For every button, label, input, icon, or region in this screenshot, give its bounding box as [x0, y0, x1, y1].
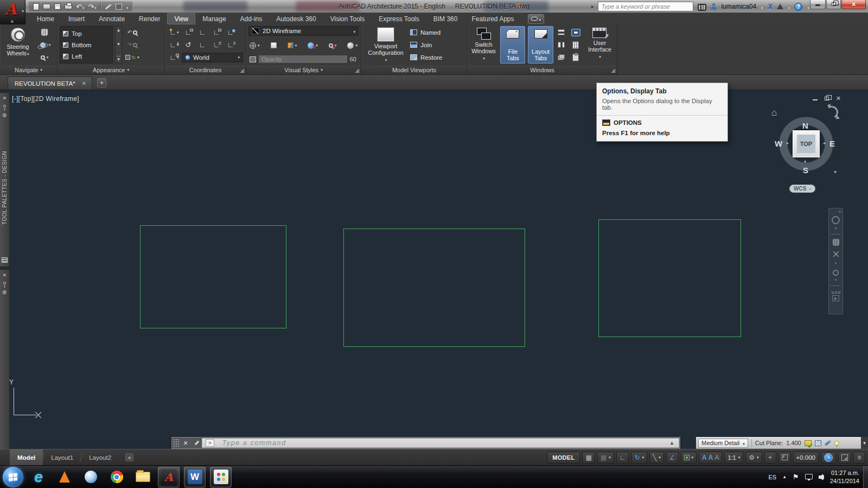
customization-menu-button[interactable]: ≡: [853, 452, 865, 464]
surface-hatch-toggle-icon[interactable]: [815, 440, 821, 446]
search-input[interactable]: [598, 2, 693, 11]
new-drawing-tab-button[interactable]: +: [97, 78, 106, 87]
drawing-canvas[interactable]: [-][Top][2D Wireframe] ✕ ⚙ TOOL PALETTES…: [0, 90, 868, 449]
annotation-scale-button[interactable]: 1:1: [724, 452, 743, 464]
tab-model[interactable]: Model: [10, 449, 43, 466]
layout-tabs-toggle-button[interactable]: Layout Tabs: [528, 26, 553, 64]
new-file-icon[interactable]: [33, 3, 39, 10]
tab-insert[interactable]: Insert: [61, 13, 92, 24]
match-properties-icon[interactable]: [105, 4, 111, 10]
panel-label-model-viewports[interactable]: Model Viewports: [361, 65, 467, 74]
ucs-icon-display-button[interactable]: ∟: [168, 53, 181, 62]
undo-icon[interactable]: ↶: [76, 3, 84, 10]
detail-level-dropdown[interactable]: Medium Detail: [698, 439, 748, 448]
viewcube-east[interactable]: E: [829, 139, 835, 148]
graphics-app-icon[interactable]: [210, 467, 232, 487]
infocenter-collapse-icon[interactable]: ▸: [591, 4, 594, 9]
calculator-button[interactable]: [569, 40, 582, 50]
opacity-slider[interactable]: Opacity: [258, 55, 348, 64]
zoom-previous-button[interactable]: ↶: [124, 27, 141, 38]
panel-label-coordinates[interactable]: Coordinates: [165, 65, 246, 74]
tool-palettes-titlebar[interactable]: ✕ ⚙ TOOL PALETTES - DESIGN: [0, 92, 10, 267]
tab-render[interactable]: Render: [132, 13, 167, 24]
dialog-launcher-icon[interactable]: [611, 69, 615, 73]
viewcube-home-icon[interactable]: ⌂: [771, 108, 777, 117]
object-snap-button[interactable]: [681, 452, 697, 464]
display-configuration-icon[interactable]: [805, 440, 812, 446]
scroll-expand-icon[interactable]: ▼: [117, 56, 121, 62]
view-list-item-left[interactable]: Left: [63, 52, 110, 61]
viewcube-rotate-arrow-icon[interactable]: ▸: [787, 141, 789, 145]
visual-style-sphere-button[interactable]: [250, 40, 260, 51]
tab-layout2[interactable]: Layout2: [81, 449, 119, 466]
autocad-taskbar-icon[interactable]: A: [158, 467, 180, 487]
chrome-icon[interactable]: [106, 467, 127, 487]
model-space-button[interactable]: MODEL: [547, 452, 580, 464]
autodesk-apps-icon[interactable]: [777, 4, 783, 9]
command-line-bar[interactable]: ✕ Type a command ▲: [171, 437, 680, 449]
open-folder-icon[interactable]: [43, 4, 50, 9]
tab-express-tools[interactable]: Express Tools: [372, 13, 426, 24]
close-icon[interactable]: ✕: [82, 80, 86, 86]
start-button[interactable]: [3, 467, 23, 487]
ucs-dropdown[interactable]: World: [182, 53, 243, 62]
tab-view[interactable]: View: [167, 13, 195, 24]
materials-button[interactable]: [347, 40, 358, 51]
ucs-3point-button[interactable]: ∟3: [224, 40, 237, 50]
switch-windows-button[interactable]: Switch Windows: [470, 26, 497, 64]
annotation-visibility-button[interactable]: A A A: [699, 452, 722, 464]
polar-tracking-button[interactable]: ↻: [631, 452, 647, 464]
ucs-previous-button[interactable]: ↺: [182, 40, 195, 50]
command-history-expand-icon[interactable]: ▲: [669, 440, 675, 446]
close-icon[interactable]: ✕: [836, 96, 841, 102]
close-icon[interactable]: ✕: [3, 96, 7, 101]
drag-grip-handle[interactable]: [173, 439, 180, 447]
tab-autodesk-360[interactable]: Autodesk 360: [269, 13, 323, 24]
command-prompt-icon[interactable]: [206, 439, 214, 447]
language-indicator[interactable]: ES: [768, 474, 776, 480]
minimize-button[interactable]: [810, 0, 826, 9]
signed-in-username[interactable]: lumamica04: [721, 3, 756, 10]
grid-display-button[interactable]: ▦: [582, 452, 595, 464]
project-navigator-button[interactable]: [821, 452, 836, 464]
file-tabs-toggle-button[interactable]: File Tabs: [500, 26, 525, 64]
minimize-icon[interactable]: [813, 99, 818, 100]
save-icon[interactable]: [54, 3, 61, 10]
status-bar-menu-chevron-icon[interactable]: ▼: [861, 437, 868, 449]
dialog-launcher-icon[interactable]: [355, 69, 359, 73]
named-viewports-button[interactable]: Named: [410, 27, 442, 37]
lock-ui-button[interactable]: [569, 27, 582, 38]
panel-label-visual-styles[interactable]: Visual Styles: [246, 65, 361, 74]
close-icon[interactable]: ✕: [3, 272, 7, 278]
zoom-extents-icon[interactable]: [832, 250, 840, 258]
isometric-drafting-button[interactable]: ╲: [649, 452, 664, 464]
ribbon-display-toggle[interactable]: [528, 14, 545, 24]
snap-mode-button[interactable]: ▦: [597, 452, 614, 464]
autohide-pin-icon[interactable]: [3, 282, 6, 284]
wcs-dropdown[interactable]: WCS: [789, 185, 815, 193]
redo-icon[interactable]: ↷: [88, 3, 96, 10]
zoom-next-button[interactable]: ↷: [124, 40, 141, 50]
zoom-button[interactable]: [36, 52, 53, 63]
viewcube-face[interactable]: TOP: [793, 130, 820, 157]
clean-screen-button[interactable]: [838, 452, 851, 464]
clipboard-button[interactable]: [569, 52, 582, 63]
viewport-controls-label[interactable]: [-][Top][2D Wireframe]: [12, 95, 79, 103]
isolate-objects-lightbulb-icon[interactable]: [834, 441, 839, 446]
autohide-pin-icon[interactable]: [3, 105, 6, 107]
panel-label-windows[interactable]: Windows: [468, 65, 617, 74]
workspace-switching-button[interactable]: ⚙: [745, 452, 762, 464]
file-tab-active[interactable]: REVOLUTION BETA* ✕: [8, 77, 92, 90]
orbit-icon[interactable]: [833, 270, 839, 276]
volume-icon[interactable]: [819, 474, 824, 480]
wrench-icon[interactable]: [191, 438, 202, 448]
chevron-down-icon[interactable]: ▾: [835, 278, 837, 282]
tab-featured-apps[interactable]: Featured Apps: [464, 13, 521, 24]
view-list[interactable]: Top Bottom Left: [60, 26, 113, 64]
close-icon[interactable]: ✕: [838, 210, 841, 214]
viewcube-rotate-arrow-icon[interactable]: ▴: [804, 159, 806, 163]
restore-viewports-button[interactable]: Restore: [410, 52, 442, 62]
qat-customize-icon[interactable]: [126, 3, 129, 10]
tab-bim-360[interactable]: BIM 360: [426, 13, 465, 24]
autodesk-exchange-icon[interactable]: X: [768, 2, 773, 11]
